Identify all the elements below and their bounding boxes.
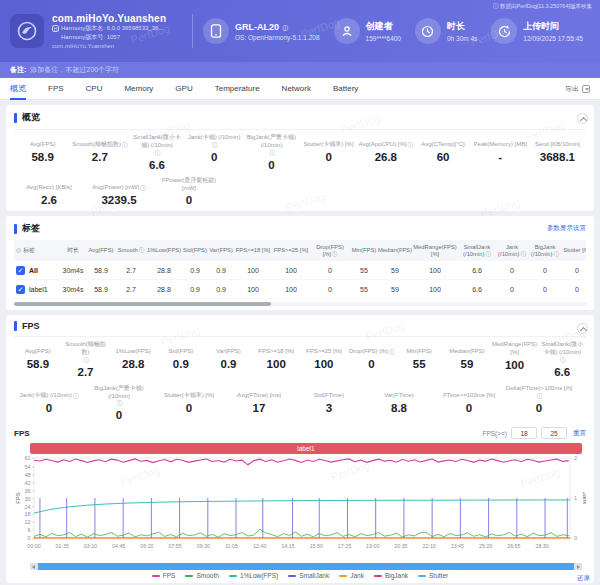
device-os: OS: OpenHarmony-5.1.1.208 bbox=[235, 34, 320, 41]
note-placeholder: 添加备注，不超过200个字符 bbox=[30, 65, 119, 75]
info-icon[interactable]: ⓘ bbox=[117, 400, 123, 407]
metric-label: Drop(FPS) [/h]ⓘ bbox=[349, 341, 395, 356]
row-label: All bbox=[29, 267, 38, 274]
collapse-section-icon[interactable] bbox=[577, 323, 588, 334]
info-icon[interactable]: ⓘ bbox=[73, 393, 79, 400]
duration-value: 0h 30m 4s bbox=[447, 35, 477, 42]
fps-threshold-input-2[interactable] bbox=[541, 427, 567, 439]
legend-item-BigJank[interactable]: BigJank bbox=[374, 572, 408, 579]
tab-GPU[interactable]: GPU bbox=[175, 78, 192, 100]
parameter-display-settings-link[interactable]: 参数显示设置 bbox=[547, 224, 586, 233]
legend-item-FPS[interactable]: FPS bbox=[152, 572, 176, 579]
restore-link[interactable]: 还原 bbox=[577, 574, 590, 583]
info-icon[interactable]: ⓘ bbox=[485, 251, 491, 257]
scrollbar-thumb[interactable] bbox=[14, 302, 271, 306]
metric: Var(FPS)0.9 bbox=[205, 341, 253, 378]
visibility-icon[interactable]: ◎ bbox=[16, 247, 21, 254]
collapse-section-icon[interactable] bbox=[577, 113, 588, 124]
fps-line-chart[interactable]: 0612182430364248546101200:0001:3503:1004… bbox=[14, 454, 586, 558]
tab-Network[interactable]: Network bbox=[282, 78, 311, 100]
tab-Temperature[interactable]: Temperature bbox=[215, 78, 260, 100]
fps-chart-title: FPS bbox=[14, 429, 30, 438]
info-icon[interactable]: ⓘ bbox=[389, 349, 395, 356]
chart-horizontal-scrollbar[interactable] bbox=[30, 563, 582, 570]
column-header: Var(FPS) bbox=[208, 247, 234, 254]
metric: Avg(FPS)58.9 bbox=[14, 134, 71, 171]
svg-text:26:55: 26:55 bbox=[507, 543, 520, 549]
scroll-left-arrow-icon[interactable] bbox=[30, 563, 38, 570]
metric-label: Var(FPS) bbox=[206, 341, 252, 356]
divider bbox=[14, 129, 586, 130]
labels-title: 标签 bbox=[22, 222, 40, 235]
fps-metrics-row1: Avg(FPS)58.9Smooth(顺畅指数)ⓘ2.71%Low(FPS)28… bbox=[14, 341, 586, 378]
info-icon[interactable]: ⓘ bbox=[83, 357, 89, 364]
note-label: 备注: bbox=[10, 65, 26, 75]
threshold-reset-link[interactable]: 重置 bbox=[573, 429, 586, 438]
legend-item-1%Low(FPS)[interactable]: 1%Low(FPS) bbox=[229, 572, 278, 579]
metric-value: 0 bbox=[155, 194, 223, 206]
info-icon[interactable]: ⓘ bbox=[520, 251, 526, 257]
labels-table-header: ◎标签时长Avg(FPS)Smoothⓘ1%Low(FPS)Std(FPS)Va… bbox=[14, 240, 586, 261]
tab-概览[interactable]: 概览 bbox=[10, 78, 26, 100]
legend-item-Jank[interactable]: Jank bbox=[339, 572, 364, 579]
metric: 1%Low(FPS)28.8 bbox=[109, 341, 157, 378]
upload-clock-icon bbox=[491, 18, 517, 44]
column-header: MedRange(FPS)[%] bbox=[412, 244, 458, 258]
tab-CPU[interactable]: CPU bbox=[86, 78, 103, 100]
device-info-icon[interactable]: ⓘ bbox=[283, 25, 289, 31]
chart-scrollbar-thumb[interactable] bbox=[38, 563, 574, 570]
info-icon[interactable]: ⓘ bbox=[408, 142, 414, 149]
metric-value: 17 bbox=[225, 402, 293, 414]
table-cell: 28.8 bbox=[146, 267, 182, 274]
metric-label: Avg(Recv) [KB/s] bbox=[15, 177, 83, 192]
fps-card: FPS Avg(FPS)58.9Smooth(顺畅指数)ⓘ2.71%Low(FP… bbox=[6, 315, 594, 583]
tab-FPS[interactable]: FPS bbox=[48, 78, 64, 100]
info-icon[interactable]: ⓘ bbox=[537, 393, 543, 400]
table-cell: 6.6 bbox=[458, 286, 496, 293]
metric: FPower(悬浮窗耗能) [mW]0 bbox=[154, 177, 224, 207]
info-icon[interactable]: ⓘ bbox=[155, 150, 161, 157]
column-header-label: Jank (/10min) bbox=[498, 244, 519, 257]
column-header: Median(FPS) bbox=[378, 247, 412, 254]
info-icon[interactable]: ⓘ bbox=[560, 357, 566, 364]
export-button[interactable]: 导出 bbox=[565, 84, 590, 94]
metric-value: 0 bbox=[505, 402, 573, 414]
info-icon[interactable]: ⓘ bbox=[212, 142, 218, 149]
row-checkbox[interactable]: ✓ bbox=[16, 266, 25, 275]
note-bar[interactable]: 备注: 添加备注，不超过200个字符 bbox=[0, 62, 600, 78]
svg-text:0: 0 bbox=[574, 535, 577, 541]
info-icon[interactable]: ⓘ bbox=[139, 247, 145, 253]
info-icon[interactable]: ⓘ bbox=[122, 142, 128, 149]
tab-Memory[interactable]: Memory bbox=[124, 78, 153, 100]
table-cell: 0 bbox=[496, 267, 528, 274]
legend-label: 1%Low(FPS) bbox=[240, 572, 278, 579]
metric: Var(FTime)8.8 bbox=[364, 385, 434, 422]
table-cell: 30m4s bbox=[60, 267, 86, 274]
row-checkbox[interactable]: ✓ bbox=[16, 285, 25, 294]
info-icon[interactable]: ⓘ bbox=[332, 251, 338, 257]
chart-label-banner: label1 bbox=[30, 443, 582, 454]
scroll-right-arrow-icon[interactable] bbox=[574, 563, 582, 570]
metric: FPS>=25 [%]100 bbox=[300, 341, 348, 378]
fps-threshold-input-1[interactable] bbox=[511, 427, 537, 439]
metric-value: 58.9 bbox=[15, 151, 70, 163]
info-icon[interactable]: ⓘ bbox=[140, 185, 146, 192]
legend-label: Jank bbox=[350, 572, 364, 579]
metric: Delta(FTime)>100ms [/h]ⓘ0 bbox=[504, 385, 574, 422]
tab-Battery[interactable]: Battery bbox=[333, 78, 358, 100]
column-header: BigJank (/10min)ⓘ bbox=[528, 244, 562, 258]
duration-block: 时长 0h 30m 4s bbox=[415, 18, 477, 44]
legend-item-SmallJank[interactable]: SmallJank bbox=[288, 572, 329, 579]
metric: Stutter(卡顿率) [%]0 bbox=[154, 385, 224, 422]
table-cell: 0.9 bbox=[208, 267, 234, 274]
svg-text:03:10: 03:10 bbox=[84, 543, 97, 549]
info-icon[interactable]: ⓘ bbox=[553, 251, 559, 257]
column-header: Jank (/10min)ⓘ bbox=[496, 244, 528, 258]
info-icon[interactable]: ⓘ bbox=[269, 150, 275, 157]
svg-text:6: 6 bbox=[27, 528, 30, 534]
table-horizontal-scrollbar[interactable] bbox=[14, 302, 586, 306]
legend-item-Smooth[interactable]: Smooth bbox=[185, 572, 218, 579]
legend-item-Stutter[interactable]: Stutter bbox=[418, 572, 448, 579]
metric: Smooth(顺畅指数)ⓘ2.7 bbox=[62, 341, 110, 378]
wolf-logo-icon bbox=[16, 20, 38, 42]
